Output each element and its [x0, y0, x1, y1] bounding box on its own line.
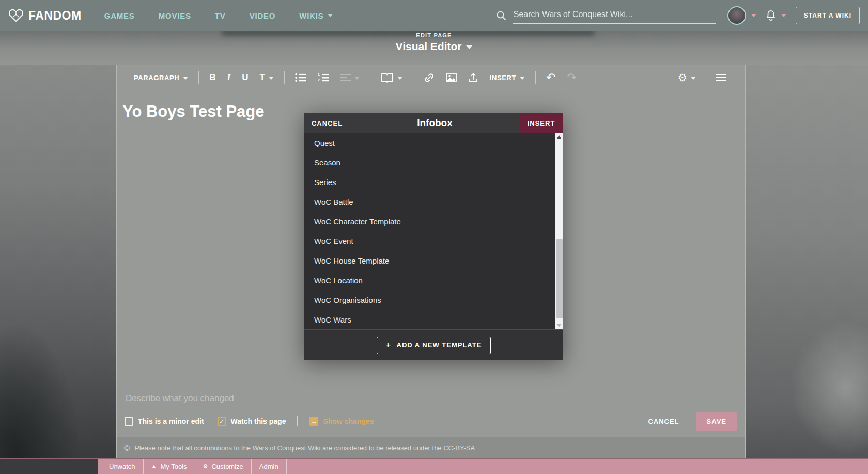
- chevron-down-icon: [691, 77, 696, 80]
- template-list: Quest Season Series WoC Battle WoC Chara…: [304, 133, 563, 329]
- bottom-toolbar-item[interactable]: ⚙ Customize: [195, 459, 252, 474]
- dialog-cancel-button[interactable]: CANCEL: [304, 113, 350, 133]
- editor-toolbar: PARAGRAPH B I U T: [117, 65, 745, 90]
- dialog-insert-button[interactable]: INSERT: [519, 113, 563, 133]
- bell-icon: [766, 10, 776, 21]
- template-list-item[interactable]: Season: [304, 153, 563, 173]
- undo-button[interactable]: ↶: [540, 65, 561, 90]
- toolbar-divider: [370, 71, 370, 84]
- bold-button[interactable]: B: [204, 65, 221, 90]
- scrollbar-thumb[interactable]: [556, 239, 563, 318]
- template-list-item[interactable]: WoC Organisations: [304, 290, 563, 310]
- nav-link[interactable]: GAMES: [104, 11, 135, 20]
- avatar[interactable]: [727, 6, 746, 25]
- nav-link[interactable]: VIDEO: [250, 11, 276, 20]
- underline-button[interactable]: U: [236, 65, 254, 90]
- bullet-list-button[interactable]: [289, 65, 312, 90]
- italic-icon: I: [227, 72, 231, 83]
- svg-text:2: 2: [318, 78, 320, 82]
- paragraph-style-dropdown[interactable]: PARAGRAPH: [128, 65, 194, 90]
- page-settings-dropdown[interactable]: ⚙: [672, 65, 699, 90]
- template-list-item[interactable]: WoC Battle: [304, 192, 563, 212]
- template-list-item[interactable]: Quest: [304, 133, 563, 153]
- add-template-label: ADD A NEW TEMPLATE: [397, 341, 482, 349]
- toolbar-menu-button[interactable]: [708, 65, 734, 90]
- svg-text:1: 1: [318, 73, 320, 77]
- dialog-scrollbar[interactable]: [555, 133, 563, 329]
- screen: FANDOM GAMES MOVIES TV VIDEO WIKIS: [0, 0, 868, 474]
- italic-button[interactable]: I: [222, 65, 237, 90]
- search-icon: [496, 10, 506, 21]
- license-notice-band: © Please note that all contributions to …: [117, 437, 745, 458]
- template-list-item[interactable]: WoC House Template: [304, 251, 563, 271]
- numbered-list-icon: 1 2: [318, 73, 329, 82]
- image-icon: [446, 73, 457, 82]
- paragraph-label: PARAGRAPH: [134, 74, 179, 82]
- template-name: Quest: [314, 139, 335, 147]
- start-a-wiki-button[interactable]: START A WIKI: [796, 7, 860, 24]
- notifications-chevron-icon[interactable]: [781, 14, 786, 17]
- watch-page-checkbox[interactable]: ✓ Watch this page: [218, 417, 286, 426]
- template-list-item[interactable]: WoC Location: [304, 271, 563, 290]
- nav-link[interactable]: TV: [215, 11, 226, 20]
- toolbar-divider: [198, 71, 199, 84]
- bottom-item-label: Unwatch: [109, 463, 135, 470]
- upload-media-button[interactable]: [462, 65, 484, 90]
- minor-edit-checkbox[interactable]: This is a minor edit: [125, 417, 204, 426]
- nav-link-label: MOVIES: [159, 11, 191, 20]
- nav-link[interactable]: MOVIES: [159, 11, 191, 20]
- numbered-list-button[interactable]: 1 2: [312, 65, 335, 90]
- edit-summary-input[interactable]: [125, 389, 739, 409]
- bottom-item-label: Customize: [211, 463, 243, 470]
- add-new-template-button[interactable]: + ADD A NEW TEMPLATE: [377, 337, 491, 354]
- templates-dropdown[interactable]: [375, 65, 408, 90]
- template-name: WoC Event: [314, 237, 353, 246]
- template-name: Series: [314, 178, 336, 187]
- editor-mode-label: Visual Editor: [396, 40, 462, 53]
- save-options-row: This is a minor edit ✓ Watch this page →…: [125, 412, 737, 431]
- template-list-item[interactable]: WoC Event: [304, 232, 563, 251]
- template-list-item[interactable]: Series: [304, 173, 563, 192]
- template-list-item[interactable]: WoC Wars: [304, 310, 563, 329]
- bottom-item-icon: ▲: [151, 464, 157, 469]
- user-menu-chevron-icon[interactable]: [751, 14, 756, 17]
- license-notice-text: Please note that all contributions to th…: [135, 444, 475, 452]
- insert-dropdown[interactable]: INSERT: [484, 65, 531, 90]
- bottom-toolbar-item[interactable]: Unwatch: [101, 459, 144, 474]
- save-panel-divider: [122, 385, 737, 385]
- search-input[interactable]: [513, 7, 716, 24]
- upload-icon: [468, 73, 478, 83]
- background-image-left: [0, 31, 116, 474]
- bottom-toolbar-item[interactable]: ▲ My Tools: [144, 459, 195, 474]
- redo-button[interactable]: ↷: [562, 65, 582, 90]
- fandom-logo[interactable]: FANDOM: [8, 8, 82, 23]
- scroll-up-arrow-icon[interactable]: [557, 135, 561, 139]
- nav-link[interactable]: WIKIS: [299, 11, 332, 20]
- link-button[interactable]: [418, 65, 440, 90]
- show-changes-label: Show changes: [323, 417, 374, 425]
- alignment-dropdown[interactable]: [335, 65, 365, 90]
- chevron-down-icon: [520, 77, 525, 80]
- template-name: WoC Character Template: [314, 217, 401, 226]
- toolbar-divider: [413, 71, 413, 84]
- save-button[interactable]: SAVE: [696, 412, 737, 431]
- notifications-button[interactable]: [766, 10, 776, 21]
- show-changes-button[interactable]: → Show changes: [309, 417, 374, 426]
- nav-link-label: TV: [215, 11, 226, 20]
- bottom-bar-items: Unwatch ▲ My Tools ⚙ Customize Admin: [101, 459, 287, 474]
- insert-image-button[interactable]: [440, 65, 462, 90]
- template-list-item[interactable]: WoC Character Template: [304, 212, 563, 232]
- text-style-dropdown[interactable]: T: [254, 65, 279, 90]
- bottom-toolbar-item[interactable]: Admin: [252, 459, 287, 474]
- nav-link-label: VIDEO: [250, 11, 276, 20]
- options-divider: [297, 416, 298, 426]
- cancel-edit-button[interactable]: CANCEL: [645, 417, 682, 426]
- editor-mode-dropdown[interactable]: Visual Editor: [396, 40, 473, 53]
- dialog-footer: + ADD A NEW TEMPLATE: [304, 329, 563, 360]
- minor-edit-label: This is a minor edit: [138, 417, 204, 425]
- scroll-down-arrow-icon[interactable]: [557, 324, 561, 327]
- fandom-wordmark: FANDOM: [28, 9, 82, 23]
- template-name: Season: [314, 158, 340, 167]
- chevron-down-icon: [269, 77, 274, 80]
- nav-link-label: GAMES: [104, 11, 135, 20]
